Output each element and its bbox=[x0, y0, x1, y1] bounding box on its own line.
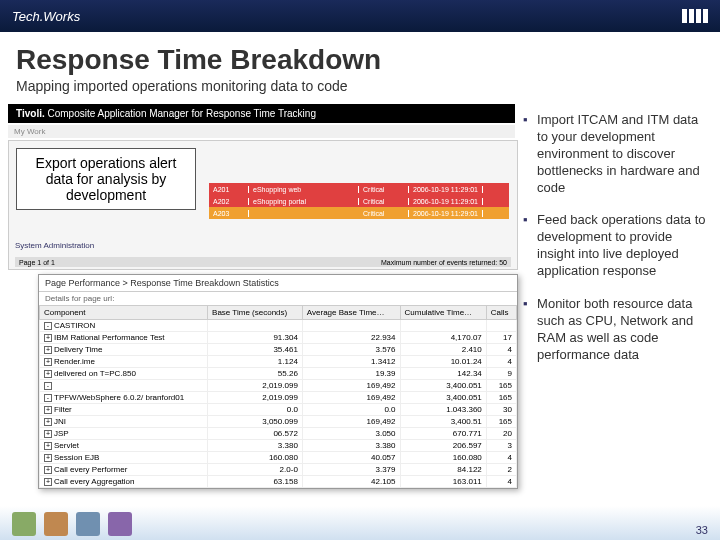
tivoli-app: Composite Application Manager for Respon… bbox=[48, 108, 316, 119]
callout-box: Export operations alert data for analysi… bbox=[16, 148, 196, 210]
footer: 33 bbox=[0, 506, 720, 540]
page-title: Response Time Breakdown bbox=[0, 32, 720, 78]
stats-window: Page Performance > Response Time Breakdo… bbox=[38, 274, 518, 489]
brand: Tech.Works bbox=[12, 9, 682, 24]
expand-icon[interactable]: + bbox=[44, 370, 52, 378]
page-info: Page 1 of 1 bbox=[19, 259, 55, 266]
expand-icon[interactable]: + bbox=[44, 346, 52, 354]
max-events: Maximum number of events returned: 50 bbox=[381, 259, 507, 266]
table-row: +Render.ime1.1241.341210.01.244 bbox=[40, 356, 517, 368]
expand-icon[interactable]: + bbox=[44, 430, 52, 438]
bullet-column: Import ITCAM and ITM data to your develo… bbox=[523, 104, 712, 380]
table-header: Calls bbox=[486, 306, 516, 320]
table-header: Base Time (seconds) bbox=[208, 306, 303, 320]
stats-breadcrumb: Page Performance > Response Time Breakdo… bbox=[39, 275, 517, 292]
table-header: Cumulative Time… bbox=[400, 306, 486, 320]
page-subtitle: Mapping imported operations monitoring d… bbox=[0, 78, 720, 104]
table-row: -TPFW/WebSphere 6.0.2/ branford012,019.0… bbox=[40, 392, 517, 404]
bullet-item: Monitor both resource data such as CPU, … bbox=[523, 296, 712, 380]
table-header: Average Base Time… bbox=[302, 306, 400, 320]
expand-icon[interactable]: + bbox=[44, 418, 52, 426]
page-bar: Page 1 of 1 Maximum number of events ret… bbox=[15, 257, 511, 267]
expand-icon[interactable]: + bbox=[44, 466, 52, 474]
footer-icon bbox=[76, 512, 100, 536]
stats-table: ComponentBase Time (seconds)Average Base… bbox=[39, 305, 517, 488]
table-row: -2,019.099169,4923,400.051165 bbox=[40, 380, 517, 392]
table-row: +JSP06.5723.050670.77120 bbox=[40, 428, 517, 440]
tivoli-brand: Tivoli. bbox=[16, 108, 45, 119]
alert-row: A203Critical2006-10-19 11:29:01 bbox=[209, 207, 509, 219]
table-row: +Filter0.00.01.043.36030 bbox=[40, 404, 517, 416]
table-row: +delivered on T=PC.85055.2619.39142.349 bbox=[40, 368, 517, 380]
brand-works: Works bbox=[43, 9, 80, 24]
table-row: +Call every Performer2.0-03.37984.1222 bbox=[40, 464, 517, 476]
table-row: -CASTIRON bbox=[40, 320, 517, 332]
ibm-logo bbox=[682, 9, 708, 23]
stats-filter: Details for page url: bbox=[39, 292, 517, 305]
tivoli-menu: My Work bbox=[8, 125, 515, 138]
expand-icon[interactable]: + bbox=[44, 406, 52, 414]
sys-admin-link: System Administration bbox=[15, 241, 94, 250]
alert-row: A202eShopping portalCritical2006-10-19 1… bbox=[209, 195, 509, 207]
alert-table: A201eShopping webCritical2006-10-19 11:2… bbox=[209, 183, 509, 219]
footer-icon bbox=[44, 512, 68, 536]
bullet-item: Feed back operations data to development… bbox=[523, 212, 712, 296]
table-header: Component bbox=[40, 306, 208, 320]
brand-tech: Tech. bbox=[12, 9, 43, 24]
footer-icon bbox=[108, 512, 132, 536]
tivoli-titlebar: Tivoli. Composite Application Manager fo… bbox=[8, 104, 515, 123]
table-row: +Session EJB160.08040.057160.0804 bbox=[40, 452, 517, 464]
table-row: +IBM Rational Performance Test91.30422.9… bbox=[40, 332, 517, 344]
expand-icon[interactable]: + bbox=[44, 478, 52, 486]
table-row: +JNI3,050.099169,4923,400.51165 bbox=[40, 416, 517, 428]
expand-icon[interactable]: - bbox=[44, 382, 52, 390]
slide-header: Tech.Works bbox=[0, 0, 720, 32]
table-row: +Delivery Time35.4613.5762.4104 bbox=[40, 344, 517, 356]
footer-icon bbox=[12, 512, 36, 536]
footer-icons bbox=[12, 512, 696, 536]
table-row: +Servlet3.3803.380206.5973 bbox=[40, 440, 517, 452]
alert-row: A201eShopping webCritical2006-10-19 11:2… bbox=[209, 183, 509, 195]
expand-icon[interactable]: + bbox=[44, 334, 52, 342]
page-number: 33 bbox=[696, 524, 708, 536]
screenshot-area: Tivoli. Composite Application Manager fo… bbox=[8, 104, 515, 380]
expand-icon[interactable]: + bbox=[44, 358, 52, 366]
table-row: +Call every Aggregation63.15842.105163.0… bbox=[40, 476, 517, 488]
expand-icon[interactable]: - bbox=[44, 394, 52, 402]
expand-icon[interactable]: + bbox=[44, 454, 52, 462]
expand-icon[interactable]: + bbox=[44, 442, 52, 450]
bullet-list: Import ITCAM and ITM data to your develo… bbox=[523, 112, 712, 380]
expand-icon[interactable]: - bbox=[44, 322, 52, 330]
bullet-item: Import ITCAM and ITM data to your develo… bbox=[523, 112, 712, 212]
